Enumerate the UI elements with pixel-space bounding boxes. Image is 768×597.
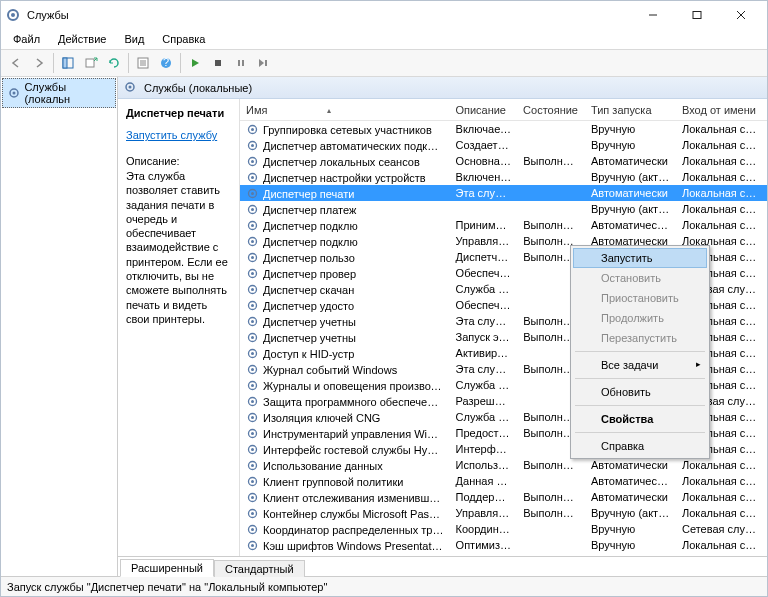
window-title: Службы [27, 9, 631, 21]
gear-icon [246, 267, 259, 280]
menu-help[interactable]: Справка [154, 31, 213, 47]
col-logon-as[interactable]: Вход от имени [676, 101, 767, 119]
gear-icon [246, 187, 259, 200]
menu-action[interactable]: Действие [50, 31, 114, 47]
svg-point-24 [251, 128, 254, 131]
start-service-button[interactable] [184, 52, 206, 74]
menu-resume: Продолжить [573, 308, 707, 328]
svg-point-48 [251, 320, 254, 323]
gear-icon [246, 475, 259, 488]
gear-icon [246, 315, 259, 328]
svg-point-22 [129, 85, 132, 88]
gear-icon [246, 395, 259, 408]
context-menu: Запустить Остановить Приостановить Продо… [570, 245, 710, 459]
svg-point-46 [251, 304, 254, 307]
menu-stop: Остановить [573, 268, 707, 288]
menu-help[interactable]: Справка [573, 436, 707, 456]
close-button[interactable] [719, 1, 763, 29]
col-name[interactable]: Имя [240, 101, 449, 119]
menu-start[interactable]: Запустить [573, 248, 707, 268]
toolbar: ? [1, 49, 767, 77]
help-button[interactable]: ? [155, 52, 177, 74]
svg-point-1 [11, 13, 15, 17]
gear-icon [246, 139, 259, 152]
table-row[interactable]: Диспетчер печатиЭта служб...Автоматическ… [240, 185, 767, 201]
gear-icon [246, 507, 259, 520]
gear-icon [246, 347, 259, 360]
table-row[interactable]: Ловушка SNMPПринимае...ВручнуюЛокальная … [240, 553, 767, 556]
menu-view[interactable]: Вид [116, 31, 152, 47]
table-row[interactable]: Диспетчер автоматических подключений уда… [240, 137, 767, 153]
svg-point-62 [251, 432, 254, 435]
titlebar: Службы [1, 1, 767, 29]
menu-all-tasks[interactable]: Все задачи [573, 355, 707, 375]
svg-point-44 [251, 288, 254, 291]
minimize-button[interactable] [631, 1, 675, 29]
gear-icon [246, 539, 259, 552]
gear-icon [246, 427, 259, 440]
stop-service-button[interactable] [207, 52, 229, 74]
tab-extended[interactable]: Расширенный [120, 559, 214, 577]
table-row[interactable]: Контейнер службы Microsoft PassportУправ… [240, 505, 767, 521]
show-hide-button[interactable] [57, 52, 79, 74]
gear-icon [246, 379, 259, 392]
menu-refresh[interactable]: Обновить [573, 382, 707, 402]
back-button[interactable] [5, 52, 27, 74]
description-label: Описание: [126, 155, 231, 167]
restart-service-button[interactable] [253, 52, 275, 74]
properties-button[interactable] [132, 52, 154, 74]
view-tabs: Расширенный Стандартный [118, 556, 767, 576]
table-row[interactable]: Использование данныхИспользо...Выполняет… [240, 457, 767, 473]
svg-point-36 [251, 224, 254, 227]
table-row[interactable]: Диспетчер локальных сеансовОсновная ...В… [240, 153, 767, 169]
svg-point-66 [251, 464, 254, 467]
svg-point-74 [251, 528, 254, 531]
col-state[interactable]: Состояние [517, 101, 585, 119]
svg-text:?: ? [163, 56, 169, 68]
table-row[interactable]: Координатор распределенных транзакцийКоо… [240, 521, 767, 537]
svg-rect-8 [86, 59, 94, 67]
tab-standard[interactable]: Стандартный [214, 560, 305, 577]
table-row[interactable]: Диспетчер настройки устройствВключени...… [240, 169, 767, 185]
gear-icon [246, 251, 259, 264]
svg-point-30 [251, 176, 254, 179]
svg-rect-18 [265, 60, 267, 66]
svg-point-52 [251, 352, 254, 355]
header-band-label: Службы (локальные) [144, 82, 252, 94]
col-startup-type[interactable]: Тип запуска [585, 101, 676, 119]
maximize-button[interactable] [675, 1, 719, 29]
main-content: Службы (локальн Службы (локальные) Диспе… [1, 77, 767, 576]
gear-icon [246, 443, 259, 456]
svg-point-28 [251, 160, 254, 163]
menu-file[interactable]: Файл [5, 31, 48, 47]
forward-button[interactable] [28, 52, 50, 74]
svg-point-70 [251, 496, 254, 499]
start-service-link[interactable]: Запустить службу [126, 129, 231, 141]
table-row[interactable]: Клиент групповой политикиДанная сл...Авт… [240, 473, 767, 489]
gear-icon [246, 283, 259, 296]
refresh-button[interactable] [103, 52, 125, 74]
svg-rect-17 [242, 60, 244, 66]
export-button[interactable] [80, 52, 102, 74]
col-description[interactable]: Описание [449, 101, 517, 119]
gear-icon [246, 491, 259, 504]
table-row[interactable]: Группировка сетевых участниковВключает .… [240, 121, 767, 137]
gear-icon [246, 171, 259, 184]
pause-service-button[interactable] [230, 52, 252, 74]
gear-icon [246, 235, 259, 248]
table-row[interactable]: Клиент отслеживания изменившихся связейП… [240, 489, 767, 505]
tree-node-label: Службы (локальн [24, 81, 111, 105]
tree-node-services[interactable]: Службы (локальн [2, 78, 116, 108]
table-row[interactable]: Диспетчер платежВручную (активир...Локал… [240, 201, 767, 217]
gear-icon [246, 203, 259, 216]
svg-point-34 [251, 208, 254, 211]
svg-point-56 [251, 384, 254, 387]
svg-point-50 [251, 336, 254, 339]
svg-point-20 [12, 92, 15, 95]
svg-point-54 [251, 368, 254, 371]
menu-properties[interactable]: Свойства [573, 409, 707, 429]
gear-icon [246, 459, 259, 472]
gear-icon [124, 81, 138, 95]
table-row[interactable]: Кэш шрифтов Windows Presentation Foundat… [240, 537, 767, 553]
table-row[interactable]: Диспетчер подклюПринимае...ВыполняетсяАв… [240, 217, 767, 233]
